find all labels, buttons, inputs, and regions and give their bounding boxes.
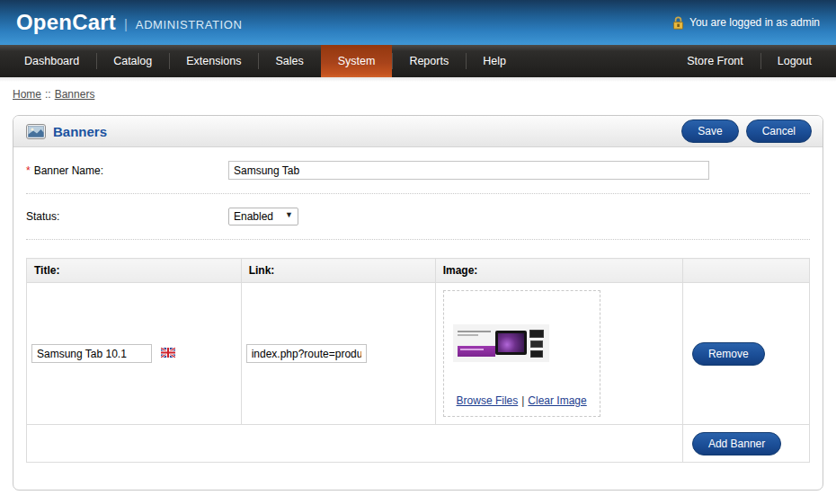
uk-flag-icon <box>161 348 175 360</box>
required-marker: * <box>26 164 31 177</box>
administration-label: ADMINISTRATION <box>136 18 243 31</box>
thumb-purple-badge <box>458 346 495 357</box>
nav-right: Store Front Logout <box>670 45 829 77</box>
thumb-text-line <box>458 334 478 336</box>
add-banner-button[interactable]: Add Banner <box>692 432 781 455</box>
nav-item-extensions[interactable]: Extensions <box>169 45 258 77</box>
footer-empty-cell <box>27 425 683 463</box>
logo-divider: | <box>124 16 128 31</box>
link-cell <box>241 283 435 425</box>
image-column-header: Image: <box>435 259 682 283</box>
thumb-text-line <box>458 331 491 332</box>
opencart-logo: OpenCart <box>16 10 116 35</box>
login-status: You are logged in as admin <box>672 16 820 30</box>
logo-area: OpenCart | ADMINISTRATION <box>16 10 243 35</box>
remove-button[interactable]: Remove <box>692 342 765 366</box>
status-select-wrap: Enabled ▼ <box>228 208 298 225</box>
thumb-tablet <box>495 331 527 355</box>
heading-buttons: Save Cancel <box>681 119 814 143</box>
status-select[interactable]: Enabled <box>228 208 298 225</box>
app-header: OpenCart | ADMINISTRATION You are logged… <box>0 0 836 45</box>
banner-row: Browse Files|Clear Image Remove <box>27 283 810 425</box>
lock-icon <box>672 16 684 30</box>
title-cell <box>27 283 242 425</box>
nav-item-dashboard[interactable]: Dashboard <box>7 45 96 77</box>
action-column-header <box>682 259 809 283</box>
nav-left: Dashboard Catalog Extensions Sales Syste… <box>7 45 523 77</box>
nav-item-help[interactable]: Help <box>466 45 523 77</box>
banners-table: Title: Link: Image: <box>26 258 810 463</box>
nav-item-reports[interactable]: Reports <box>392 45 466 77</box>
banner-form: *Banner Name: Status: Enabled ▼ <box>13 147 823 240</box>
nav-item-sales[interactable]: Sales <box>258 45 320 77</box>
banner-name-input[interactable] <box>228 161 709 180</box>
thumb-device-icon <box>530 340 543 348</box>
title-column-header: Title: <box>27 259 242 283</box>
table-header-row: Title: Link: Image: <box>27 259 810 283</box>
banners-table-wrap: Title: Link: Image: <box>13 240 823 490</box>
banner-link-input[interactable] <box>246 344 367 363</box>
thumb-tablet-screen <box>498 333 524 352</box>
breadcrumb-separator: :: <box>45 88 51 101</box>
image-links-separator: | <box>521 394 524 407</box>
status-row: Status: Enabled ▼ <box>26 194 810 240</box>
main-nav: Dashboard Catalog Extensions Sales Syste… <box>0 45 836 77</box>
image-cell: Browse Files|Clear Image <box>435 283 682 425</box>
panel-heading: Banners Save Cancel <box>13 116 823 147</box>
nav-item-store-front[interactable]: Store Front <box>670 45 760 77</box>
image-upload-box: Browse Files|Clear Image <box>443 290 600 417</box>
nav-item-logout[interactable]: Logout <box>760 45 829 77</box>
nav-item-catalog[interactable]: Catalog <box>96 45 169 77</box>
banners-panel: Banners Save Cancel *Banner Name: Status… <box>13 115 823 491</box>
action-cell: Remove <box>682 283 809 425</box>
browse-files-link[interactable]: Browse Files <box>457 394 519 407</box>
add-banner-cell: Add Banner <box>682 425 809 463</box>
table-footer-row: Add Banner <box>27 425 810 463</box>
page-title: Banners <box>53 124 107 139</box>
clear-image-link[interactable]: Clear Image <box>528 394 586 407</box>
breadcrumb: Home::Banners <box>13 88 823 101</box>
banner-title-input[interactable] <box>31 344 152 363</box>
nav-item-system[interactable]: System <box>321 45 393 77</box>
banner-name-row: *Banner Name: <box>26 147 810 194</box>
banner-image-icon <box>26 124 46 139</box>
login-status-text: You are logged in as admin <box>689 16 820 29</box>
thumb-device-icon <box>530 350 543 358</box>
breadcrumb-home-link[interactable]: Home <box>13 88 41 101</box>
thumb-area <box>444 291 600 394</box>
link-column-header: Link: <box>241 259 435 283</box>
banner-name-label: *Banner Name: <box>26 164 228 177</box>
cancel-button[interactable]: Cancel <box>746 119 812 143</box>
thumb-device-icon <box>529 330 544 338</box>
page-content: Home::Banners Banners Save Cancel *Ban <box>0 77 836 491</box>
banner-thumbnail-image <box>453 324 549 362</box>
image-links: Browse Files|Clear Image <box>444 394 600 416</box>
status-label: Status: <box>26 210 228 223</box>
banner-name-label-text: Banner Name: <box>34 164 103 177</box>
breadcrumb-banners-link[interactable]: Banners <box>55 88 95 101</box>
save-button[interactable]: Save <box>681 119 738 143</box>
